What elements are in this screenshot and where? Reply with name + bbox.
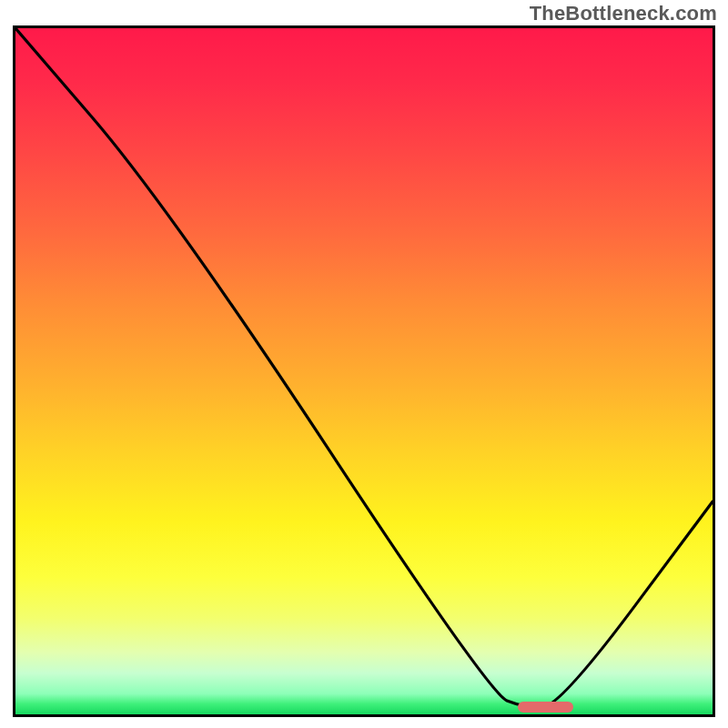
optimal-range-marker (518, 702, 573, 713)
watermark-text: TheBottleneck.com (530, 2, 717, 25)
plot-area (13, 25, 715, 717)
bottleneck-curve-path (15, 28, 713, 708)
bottleneck-curve-svg (15, 28, 713, 714)
bottleneck-chart: TheBottleneck.com (0, 0, 728, 728)
